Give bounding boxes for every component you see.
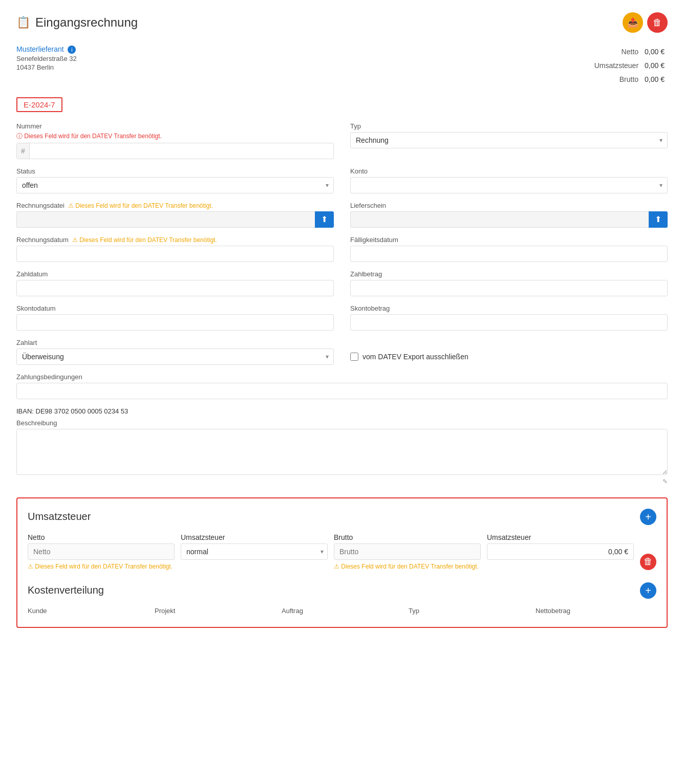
kosten-nettobetrag-col: Nettobetrag: [536, 607, 656, 617]
iban-row: IBAN: DE98 3702 0500 0005 0234 53: [16, 407, 668, 415]
rechnungsdatum-input[interactable]: [16, 246, 334, 262]
supplier-info: Musterlieferant i Senefelderstraße 32 10…: [16, 45, 77, 87]
skontodatum-input[interactable]: [16, 314, 334, 331]
zahlbetrag-group: Zahlbetrag: [350, 270, 668, 296]
nummer-input-wrapper: #: [16, 143, 334, 159]
konto-select-wrapper: ▾: [350, 177, 668, 193]
faelligkeitsdatum-input[interactable]: [350, 246, 668, 262]
typ-label: Typ: [350, 122, 668, 130]
rechnungsdatei-label: Rechnungsdatei ⚠ Dieses Feld wird für de…: [16, 202, 334, 209]
iban-text: IBAN: DE98 3702 0500 0005 0234 53: [16, 407, 128, 415]
status-select[interactable]: offen bezahlt storniert: [16, 177, 334, 193]
info-icon[interactable]: i: [68, 46, 76, 54]
umsatzsteuer-value: 0,00 €: [642, 59, 668, 73]
typ-select[interactable]: Rechnung Gutschrift Mahnung: [350, 132, 668, 148]
kosten-kunde-col: Kunde: [28, 607, 148, 617]
kostenverteilung-section: Kostenverteilung + Kunde Projekt Auftrag…: [28, 582, 656, 617]
datev-export-group: vom DATEV Export ausschließen: [350, 339, 668, 365]
delete-button[interactable]: 🗑: [647, 12, 668, 33]
kosten-typ-col: Typ: [409, 607, 529, 617]
konto-label: Konto: [350, 167, 668, 175]
rechnungsdatei-input-wrapper: ⬆: [16, 211, 334, 228]
rechnungsdatei-upload-button[interactable]: ⬆: [315, 211, 334, 228]
umsatz-brutto-input[interactable]: [334, 543, 481, 560]
lieferschein-input[interactable]: [350, 211, 649, 228]
nummer-group: Nummer ⓘ Dieses Feld wird für den DATEV …: [16, 122, 334, 159]
umsatz-delete-cell: 🗑: [640, 543, 656, 570]
page-header: 📋 Eingangsrechnung 📤 🗑: [16, 12, 668, 33]
zahldatum-label: Zahldatum: [16, 270, 334, 278]
skontobetrag-group: Skontobetrag: [350, 304, 668, 331]
hash-icon: #: [17, 143, 30, 159]
skontobetrag-label: Skontobetrag: [350, 304, 668, 312]
umsatz-steuer-col-header: Umsatzsteuer: [181, 533, 328, 541]
lieferschein-upload-button[interactable]: ⬆: [649, 211, 668, 228]
status-group: Status offen bezahlt storniert ▾: [16, 167, 334, 193]
supplier-city: 10437 Berlin: [16, 63, 77, 71]
zahlungsbedingungen-input[interactable]: [16, 383, 668, 399]
umsatz-brutto-col-header: Brutto: [334, 533, 481, 541]
umsatz-steuer2-col-header: Umsatzsteuer: [487, 533, 634, 541]
beschreibung-group: Beschreibung ✎: [16, 419, 668, 485]
zahlart-select[interactable]: Überweisung Lastschrift Bar: [16, 349, 334, 365]
netto-warning: ⚠ Dieses Feld wird für den DATEV Transfe…: [28, 563, 173, 570]
kostenverteilung-header: Kostenverteilung +: [28, 582, 656, 599]
faelligkeitsdatum-group: Fälligkeitsdatum: [350, 236, 668, 262]
konto-select[interactable]: [350, 177, 668, 193]
kosten-col-headers: Kunde Projekt Auftrag Typ Nettobetrag: [28, 607, 656, 617]
rechnungsdatum-group: Rechnungsdatum ⚠ Dieses Feld wird für de…: [16, 236, 334, 262]
export-button[interactable]: 📤: [623, 12, 643, 33]
umsatz-col-headers: Netto Umsatzsteuer Brutto Umsatzsteuer: [28, 533, 656, 541]
umsatz-delete-button[interactable]: 🗑: [640, 554, 656, 570]
umsatzsteuer-add-button[interactable]: +: [640, 509, 656, 525]
kostenverteilung-add-button[interactable]: +: [640, 582, 656, 599]
lieferschein-label: Lieferschein: [350, 202, 668, 209]
kosten-projekt-col: Projekt: [155, 607, 275, 617]
umsatz-netto-input[interactable]: [28, 543, 175, 560]
zahlart-group: Zahlart Überweisung Lastschrift Bar ▾: [16, 339, 334, 365]
supplier-street: Senefelderstraße 32: [16, 55, 77, 62]
faelligkeitsdatum-label: Fälligkeitsdatum: [350, 236, 668, 244]
delete-icon: 🗑: [653, 17, 662, 28]
zahldatum-group: Zahldatum: [16, 270, 334, 296]
skontodatum-label: Skontodatum: [16, 304, 334, 312]
zahlungsbedingungen-group: Zahlungsbedingungen: [16, 373, 668, 399]
beschreibung-label: Beschreibung: [16, 419, 668, 427]
lieferschein-input-wrapper: ⬆: [350, 211, 668, 228]
typ-select-wrapper: Rechnung Gutschrift Mahnung ▾: [350, 132, 668, 148]
error-icon: ⓘ: [16, 133, 23, 140]
umsatz-row: ⚠ Dieses Feld wird für den DATEV Transfe…: [28, 543, 656, 570]
zahlbetrag-input[interactable]: [350, 280, 668, 296]
umsatzsteuer-label: Umsatzsteuer: [591, 59, 642, 73]
skontobetrag-input[interactable]: [350, 314, 668, 331]
umsatz-brutto-cell: ⚠ Dieses Feld wird für den DATEV Transfe…: [334, 543, 481, 570]
invoice-number-badge: E-2024-7: [16, 97, 62, 112]
umsatz-netto-cell: ⚠ Dieses Feld wird für den DATEV Transfe…: [28, 543, 175, 570]
kostenverteilung-title: Kostenverteilung: [28, 584, 104, 596]
beschreibung-textarea[interactable]: [16, 429, 668, 475]
skontodatum-group: Skontodatum: [16, 304, 334, 331]
rechnungsdatei-warning: ⚠ Dieses Feld wird für den DATEV Transfe…: [67, 202, 213, 209]
datev-checkbox-row: vom DATEV Export ausschließen: [350, 349, 668, 361]
form-main: Nummer ⓘ Dieses Feld wird für den DATEV …: [16, 122, 668, 399]
nummer-input[interactable]: [30, 143, 333, 159]
steuer-select[interactable]: normal reduziert 0% keine: [181, 543, 328, 560]
datev-export-label: vom DATEV Export ausschließen: [362, 353, 468, 361]
invoice-icon: 📋: [16, 16, 30, 29]
zahlungsbedingungen-label: Zahlungsbedingungen: [16, 373, 668, 381]
nummer-label: Nummer: [16, 122, 334, 130]
datev-export-checkbox[interactable]: [350, 353, 358, 361]
rechnungsdatei-input[interactable]: [16, 211, 315, 228]
zahldatum-input[interactable]: [16, 280, 334, 296]
zahlart-select-wrapper: Überweisung Lastschrift Bar ▾: [16, 349, 334, 365]
supplier-name-link[interactable]: Musterlieferant: [16, 45, 64, 53]
page-title-text: Eingangsrechnung: [35, 15, 138, 30]
nummer-error: ⓘ Dieses Feld wird für den DATEV Transfe…: [16, 132, 334, 141]
datev-label-spacer: [350, 339, 668, 346]
konto-group: Konto ▾: [350, 167, 668, 193]
rechnungsdatei-group: Rechnungsdatei ⚠ Dieses Feld wird für de…: [16, 202, 334, 228]
status-select-wrapper: offen bezahlt storniert ▾: [16, 177, 334, 193]
umsatz-betrag-value: 0,00 €: [487, 543, 634, 560]
zahlart-label: Zahlart: [16, 339, 334, 346]
umsatz-netto-col-header: Netto: [28, 533, 175, 541]
